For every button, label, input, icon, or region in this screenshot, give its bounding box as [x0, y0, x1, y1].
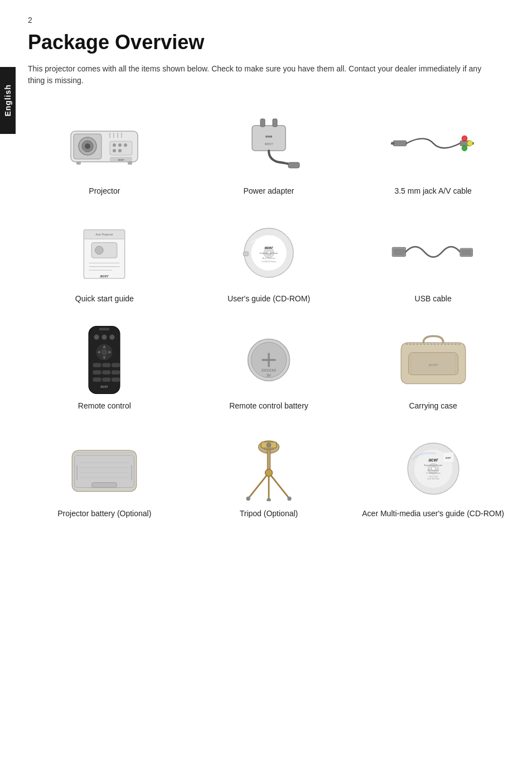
projector-battery-image: [54, 431, 154, 504]
remote-battery-image: XXXXXX 3V: [219, 324, 319, 396]
svg-point-36: [95, 246, 104, 254]
carrying-case-label: Carrying case: [409, 401, 457, 412]
svg-point-97: [287, 496, 291, 500]
item-usb-cable: USB cable: [356, 211, 510, 313]
users-guide-cd-image: acer Empowering People Acer Projector C1…: [219, 217, 319, 289]
svg-text:INPUT: INPUT: [264, 142, 273, 146]
projector-battery-label: Projector battery (Optional): [57, 508, 151, 520]
tripod-image: [219, 431, 319, 504]
svg-rect-26: [391, 142, 394, 145]
svg-text:■■■: ■■■: [265, 134, 273, 138]
power-adapter-image: ■■■ INPUT: [219, 109, 319, 181]
svg-point-58: [110, 335, 115, 340]
tripod-label: Tripod (Optional): [240, 508, 298, 520]
svg-rect-21: [273, 119, 277, 127]
item-av-cable: 3.5 mm jack A/V cable: [356, 103, 510, 205]
svg-text:C110/E110 Series: C110/E110 Series: [426, 472, 441, 474]
svg-point-101: [267, 443, 270, 446]
item-power-adapter: ■■■ INPUT Power adapter: [192, 103, 346, 205]
users-guide-cd-label: User's guide (CD-ROM): [228, 294, 310, 305]
page-description: This projector comes with all the items …: [28, 63, 485, 87]
item-carrying-case: acer Carrying case: [356, 318, 510, 420]
item-projector-battery: Projector battery (Optional): [28, 426, 181, 528]
svg-text:acer: acer: [428, 458, 438, 463]
multimedia-cd-label: Acer Multi-media user's guide (CD-ROM): [362, 508, 504, 520]
quick-start-image: Acer Projector acer: [54, 217, 154, 289]
svg-rect-67: [112, 363, 120, 367]
svg-text:acer: acer: [264, 244, 273, 249]
svg-point-4: [85, 143, 90, 149]
multimedia-cd-image: acer Empowering People acer Acer Project…: [383, 431, 483, 504]
item-multimedia-cd: acer Empowering People acer Acer Project…: [356, 426, 510, 528]
item-projector: acer Projector: [28, 103, 181, 205]
svg-text:acer: acer: [118, 158, 124, 161]
svg-text:Acer Projector: Acer Projector: [96, 233, 114, 236]
remote-battery-label: Remote control battery: [229, 401, 308, 412]
svg-text:Empowering People: Empowering People: [260, 252, 278, 254]
item-remote-control: acer Remote control: [28, 318, 181, 420]
svg-point-57: [102, 335, 107, 340]
svg-line-93: [248, 473, 269, 498]
svg-rect-73: [112, 378, 120, 382]
svg-rect-66: [103, 363, 111, 367]
svg-point-98: [267, 498, 270, 501]
svg-rect-68: [93, 371, 101, 374]
svg-rect-83: [92, 482, 117, 487]
svg-text:acer: acer: [100, 273, 109, 278]
svg-rect-17: [76, 161, 81, 165]
remote-control-label: Remote control: [78, 401, 131, 412]
page-number: 2: [28, 16, 32, 25]
svg-text:User's Guide: User's Guide: [429, 475, 438, 477]
svg-point-13: [113, 149, 116, 152]
items-grid: acer Projector: [28, 103, 510, 527]
svg-rect-22: [288, 162, 299, 168]
svg-rect-71: [93, 378, 101, 382]
svg-point-99: [265, 469, 273, 477]
svg-line-94: [269, 473, 289, 498]
svg-point-96: [246, 496, 250, 500]
svg-point-10: [113, 143, 116, 147]
svg-rect-70: [112, 371, 120, 374]
svg-text:acer: acer: [101, 385, 109, 388]
svg-text:Acer Projector: Acer Projector: [262, 257, 275, 260]
svg-rect-53: [461, 249, 471, 255]
svg-text:Quick Start Guide: Quick Start Guide: [427, 478, 439, 480]
av-cable-label: 3.5 mm jack A/V cable: [394, 186, 472, 197]
svg-rect-69: [103, 371, 111, 374]
svg-rect-49: [243, 252, 248, 256]
svg-point-60: [101, 349, 108, 355]
svg-rect-20: [260, 119, 265, 127]
svg-text:XXXXXX: XXXXXX: [262, 368, 277, 372]
svg-point-31: [462, 146, 467, 151]
svg-rect-51: [393, 248, 405, 256]
svg-text:acer: acer: [428, 362, 438, 367]
item-quick-start-guide: Acer Projector acer Quick start guide: [28, 211, 181, 313]
svg-point-56: [94, 335, 99, 340]
svg-text:3V: 3V: [267, 373, 272, 377]
projector-label: Projector: [89, 186, 120, 197]
svg-text:acer: acer: [446, 457, 451, 459]
svg-point-29: [462, 136, 467, 141]
language-tab: English: [0, 67, 16, 134]
svg-rect-65: [93, 363, 101, 367]
svg-text:C110/E110 Series: C110/E110 Series: [262, 260, 276, 262]
svg-point-11: [118, 143, 122, 147]
item-remote-battery: XXXXXX 3V Remote control battery: [192, 318, 346, 420]
usb-cable-label: USB cable: [415, 294, 452, 305]
svg-rect-25: [393, 141, 407, 146]
item-users-guide-cd: acer Empowering People Acer Projector C1…: [192, 211, 346, 313]
svg-rect-9: [110, 141, 132, 155]
svg-point-12: [124, 143, 127, 147]
svg-point-30: [467, 141, 472, 146]
svg-rect-55: [99, 328, 110, 331]
quick-start-label: Quick start guide: [75, 294, 134, 305]
remote-control-image: acer: [54, 324, 154, 396]
item-tripod: Tripod (Optional): [192, 426, 346, 528]
svg-text:Acer Projector: Acer Projector: [428, 469, 439, 471]
svg-rect-72: [103, 378, 111, 382]
page-title: Package Overview: [28, 31, 510, 54]
svg-text:Empowering People: Empowering People: [424, 464, 442, 467]
carrying-case-image: acer: [383, 324, 483, 396]
svg-point-14: [118, 149, 122, 152]
power-adapter-label: Power adapter: [243, 186, 294, 197]
